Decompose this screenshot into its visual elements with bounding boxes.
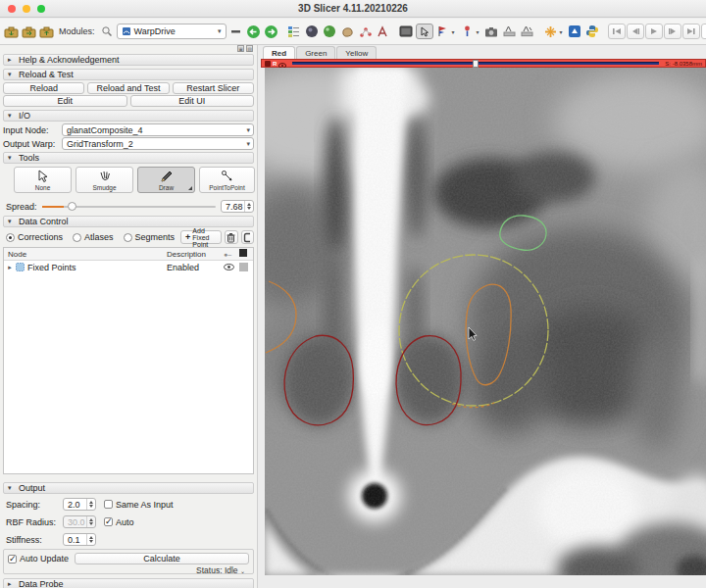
node-column-header[interactable]: Node — [4, 250, 167, 259]
data-module-icon[interactable] — [286, 24, 303, 40]
section-help[interactable]: Help & Acknowledgement — [3, 54, 254, 66]
add-fixed-point-button[interactable]: + Add Fixed Point — [180, 230, 222, 244]
sequence-next-frame-button[interactable] — [664, 24, 681, 39]
pin-icon[interactable] — [265, 61, 271, 67]
input-node-label: Input Node: — [3, 125, 62, 135]
place-point-icon[interactable] — [459, 24, 476, 40]
crosshair-icon[interactable] — [542, 24, 559, 40]
corrections-radio[interactable] — [6, 233, 15, 242]
section-reload-test[interactable]: Reload & Test — [3, 69, 254, 80]
edit-ui-button[interactable]: Edit UI — [130, 95, 255, 107]
status-text: Status: Idle ⌄ — [196, 565, 245, 575]
minimize-window-icon[interactable] — [23, 5, 30, 13]
section-output[interactable]: Output — [3, 482, 254, 494]
trash-icon — [227, 232, 235, 243]
fixed-points-row[interactable]: ▸ Fixed Points Enabled — [4, 261, 253, 274]
spread-spinbox[interactable]: 7.68 — [221, 200, 254, 213]
auto-update-checkbox[interactable] — [8, 555, 17, 564]
module-selector-value: WarpDrive — [134, 26, 176, 36]
spread-slider[interactable] — [42, 206, 216, 208]
description-column-header[interactable]: Description — [167, 250, 224, 259]
section-data-control[interactable]: Data Control — [3, 216, 254, 227]
module-panel: ▣ ▨ Help & Acknowledgement Reload & Test… — [0, 45, 258, 588]
same-as-input-label: Same As Input — [116, 500, 174, 510]
sequence-prev-frame-button[interactable] — [627, 24, 644, 39]
same-as-input-checkbox[interactable] — [104, 500, 113, 509]
screenshot-icon[interactable] — [483, 24, 500, 40]
red-slice-viewport[interactable] — [265, 68, 706, 575]
input-node-combobox[interactable]: glanatComposite_4▾ — [62, 123, 254, 136]
plus-icon: + — [185, 232, 190, 242]
close-window-icon[interactable] — [8, 5, 16, 13]
ruler-a-icon[interactable] — [501, 24, 518, 40]
slice-offset-slider[interactable] — [292, 62, 659, 65]
segmentations-module-icon[interactable] — [339, 24, 356, 40]
smudge-hand-icon — [98, 170, 112, 183]
sequence-first-frame-button[interactable] — [608, 24, 626, 39]
slice-offset-value: S: -8.0358mm — [665, 61, 702, 67]
module-forward-icon[interactable] — [263, 24, 279, 40]
slicer-window: 3D Slicer 4.11.20210226 Modules: WarpDri… — [0, 0, 706, 588]
calculate-button[interactable]: Calculate — [75, 553, 249, 564]
output-warp-combobox[interactable]: GridTransform_2▾ — [62, 137, 254, 150]
tool-none-button[interactable]: None — [14, 167, 72, 193]
spread-slider-handle[interactable] — [68, 202, 76, 211]
panel-popout-icon[interactable]: ▨ — [246, 45, 253, 52]
markups-module-icon[interactable] — [357, 24, 374, 40]
load-dicom-icon[interactable] — [3, 24, 20, 40]
spacing-label: Spacing: — [6, 500, 63, 510]
mouse-interaction-icon[interactable] — [416, 24, 433, 39]
volumes-module-icon[interactable] — [304, 24, 321, 40]
sequence-play-button[interactable] — [645, 24, 663, 39]
restart-slicer-button[interactable]: Restart Slicer — [173, 82, 254, 94]
sequence-last-frame-button[interactable] — [682, 24, 700, 39]
spread-label: Spread: — [6, 202, 37, 212]
row-color-swatch[interactable] — [239, 263, 253, 273]
tab-yellow[interactable]: Yellow — [336, 46, 377, 59]
row-visibility-eye-icon[interactable] — [224, 263, 239, 272]
panel-help-icon[interactable]: ▣ — [237, 45, 244, 52]
rbf-radius-spinbox[interactable]: 30.0 — [63, 515, 96, 528]
module-selector[interactable]: WarpDrive ▾ — [117, 24, 227, 39]
module-search-icon[interactable] — [99, 24, 116, 40]
segments-radio[interactable] — [124, 233, 132, 242]
load-data-icon[interactable] — [21, 24, 37, 40]
ruler-b-icon[interactable] — [519, 24, 535, 40]
section-data-probe[interactable]: Data Probe — [3, 578, 254, 588]
python-console-icon[interactable] — [584, 24, 601, 40]
calculate-group: Auto Update Calculate Status: Idle ⌄ — [3, 549, 254, 574]
blend-preview-button[interactable] — [241, 230, 254, 244]
atlases-radio[interactable] — [73, 233, 81, 242]
edit-button[interactable]: Edit — [3, 95, 127, 107]
tool-point-to-point-button[interactable]: PointToPoint — [199, 167, 255, 193]
tool-smudge-button[interactable]: Smudge — [76, 167, 133, 193]
module-back-icon[interactable] — [245, 24, 262, 40]
slice-offset-handle[interactable] — [473, 60, 479, 68]
reload-and-test-button[interactable]: Reload and Test — [87, 82, 169, 94]
auto-rbf-checkbox[interactable] — [104, 517, 113, 526]
status-chevron-icon[interactable]: ⌄ — [240, 568, 245, 574]
place-markup-flag-icon[interactable] — [434, 24, 451, 40]
section-io[interactable]: I/O — [3, 110, 254, 122]
terminal-icon[interactable] — [398, 24, 415, 40]
stiffness-spinbox[interactable]: 0.1 — [63, 533, 96, 546]
save-data-icon[interactable] — [38, 24, 55, 40]
annotations-module-icon[interactable] — [375, 24, 391, 40]
auto-rbf-label: Auto — [116, 517, 134, 527]
tool-draw-button[interactable]: Draw — [137, 167, 195, 193]
tab-green[interactable]: Green — [296, 46, 335, 59]
module-history-icon[interactable] — [227, 24, 244, 40]
expand-row-icon[interactable]: ▸ — [4, 264, 16, 271]
spacing-spinbox[interactable]: 2.0 — [63, 498, 96, 511]
zoom-window-icon[interactable] — [37, 5, 45, 13]
section-tools[interactable]: Tools — [3, 152, 254, 164]
extensions-manager-icon[interactable] — [567, 24, 583, 40]
reload-button[interactable]: Reload — [3, 82, 84, 94]
models-module-icon[interactable] — [322, 24, 338, 40]
pencil-icon — [160, 170, 174, 183]
visibility-column-icon: ●– — [224, 251, 239, 258]
sequence-fps-spinbox[interactable]: 100.0fps — [701, 24, 706, 39]
fixed-points-name: Fixed Points — [25, 263, 167, 272]
delete-points-button[interactable] — [225, 230, 237, 244]
modules-label: Modules: — [56, 26, 98, 36]
